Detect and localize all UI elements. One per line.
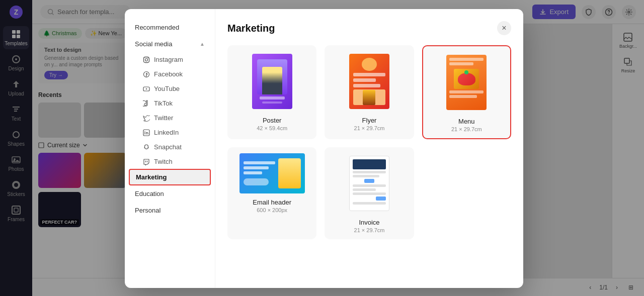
youtube-icon: [143, 85, 150, 92]
invoice-preview: [331, 153, 408, 214]
svg-point-20: [145, 58, 148, 61]
nav-sub-tiktok[interactable]: TikTok: [125, 96, 215, 111]
poster-preview: [233, 51, 310, 112]
nav-item-social-media[interactable]: Social media ▲: [125, 36, 215, 52]
nav-item-marketing[interactable]: Marketing: [129, 169, 211, 185]
email-label: Email header: [253, 199, 291, 206]
modal-close-button[interactable]: ×: [497, 21, 511, 35]
template-card-poster[interactable]: Poster 42 × 59.4cm: [227, 45, 316, 139]
menu-size: 21 × 29.7cm: [451, 126, 482, 132]
menu-preview: [429, 52, 504, 113]
template-card-flyer[interactable]: Flyer 21 × 29.7cm: [325, 45, 414, 139]
email-preview: [233, 153, 310, 193]
template-card-invoice[interactable]: Invoice 21 × 29.7cm: [325, 147, 414, 239]
chevron-up-icon: ▲: [200, 41, 205, 47]
linkedin-icon: [143, 129, 150, 136]
nav-sub-facebook[interactable]: Facebook: [125, 67, 215, 81]
flyer-label: Flyer: [362, 117, 377, 124]
nav-item-education[interactable]: Education: [125, 185, 215, 202]
nav-sub-linkedin[interactable]: LinkedIn: [125, 125, 215, 140]
flyer-size: 21 × 29.7cm: [354, 125, 385, 131]
poster-label: Poster: [263, 117, 282, 124]
template-card-menu[interactable]: Menu 21 × 29.7cm: [422, 45, 511, 139]
twitter-icon: [143, 115, 150, 122]
nav-sub-snapchat[interactable]: Snapchat: [125, 140, 215, 154]
twitch-icon: [143, 158, 150, 165]
template-grid: Poster 42 × 59.4cm Flyer: [227, 45, 511, 239]
facebook-icon: [143, 71, 150, 78]
tiktok-icon: [143, 100, 150, 107]
modal-title: Marketing: [227, 23, 275, 34]
poster-size: 42 × 59.4cm: [257, 125, 287, 131]
nav-item-personal[interactable]: Personal: [125, 202, 215, 219]
nav-sub-twitch[interactable]: Twitch: [125, 154, 215, 169]
invoice-size: 21 × 29.7cm: [354, 227, 385, 233]
instagram-icon: [143, 56, 150, 63]
snapchat-icon: [143, 144, 150, 151]
modal-content: Marketing × Poste: [215, 9, 523, 288]
template-modal: Recommended Social media ▲ Instagram Fac…: [125, 9, 523, 288]
flyer-preview: [331, 51, 408, 112]
nav-item-recommended[interactable]: Recommended: [125, 19, 215, 36]
menu-label: Menu: [458, 118, 475, 125]
modal-nav: Recommended Social media ▲ Instagram Fac…: [125, 9, 215, 288]
invoice-label: Invoice: [359, 219, 379, 226]
email-size: 600 × 200px: [257, 207, 287, 213]
svg-point-21: [148, 57, 149, 58]
nav-sub-youtube[interactable]: YouTube: [125, 81, 215, 96]
nav-sub-instagram[interactable]: Instagram: [125, 52, 215, 67]
nav-sub-twitter[interactable]: Twitter: [125, 111, 215, 125]
template-card-email[interactable]: Email header 600 × 200px: [227, 147, 316, 239]
modal-title-bar: Marketing ×: [227, 21, 511, 35]
